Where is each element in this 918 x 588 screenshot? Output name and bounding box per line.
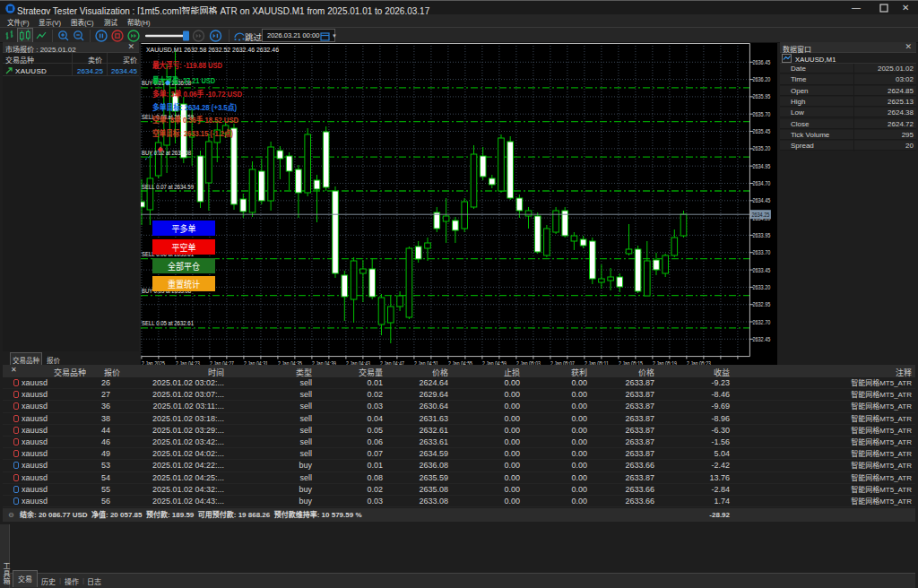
svg-text:2632.45: 2632.45 [752,335,770,343]
svg-text:2633.70: 2633.70 [752,248,770,256]
svg-text:最大浮盈: 27.21 USD: 最大浮盈: 27.21 USD [152,75,215,85]
svg-text:2634.25: 2634.25 [751,211,769,219]
svg-text:2634.45: 2634.45 [752,196,770,204]
svg-text:全部平仓: 全部平仓 [168,261,200,272]
svg-text:XAUUSD,M1 2632.58 2632.52 2632: XAUUSD,M1 2632.58 2632.52 2632.46 2632.4… [146,46,279,54]
svg-text:SELL 0.05 at 2632.61: SELL 0.05 at 2632.61 [142,319,194,327]
svg-text:平空单: 平空单 [172,242,196,253]
svg-text:多单: 3单 0.06手 -10.72 USD: 多单: 3单 0.06手 -10.72 USD [152,89,242,99]
svg-text:2635.95: 2635.95 [752,92,770,100]
svg-text:2632.70: 2632.70 [752,318,770,326]
svg-text:2635.70: 2635.70 [752,110,770,118]
svg-text:平多单: 平多单 [172,223,196,234]
svg-text:多单目标: 2634.28 (+3.5点): 多单目标: 2634.28 (+3.5点) [152,102,237,112]
svg-text:最大浮亏: -119.88 USD: 最大浮亏: -119.88 USD [152,60,222,70]
svg-text:空单: 8单 0.36手 18.52 USD: 空单: 8单 0.36手 18.52 USD [152,115,238,125]
svg-text:2635.45: 2635.45 [752,127,770,135]
svg-text:2636.20: 2636.20 [752,75,770,83]
svg-text:2633.95: 2633.95 [752,231,770,239]
svg-text:2632.95: 2632.95 [752,300,770,308]
svg-text:BUY 0.02 at 2635.08: BUY 0.02 at 2635.08 [142,149,191,157]
svg-text:2634.95: 2634.95 [752,162,770,170]
svg-text:2633.45: 2633.45 [752,266,770,274]
svg-text:重置统计: 重置统计 [168,279,200,290]
svg-text:2635.20: 2635.20 [752,144,770,152]
svg-text:2634.70: 2634.70 [752,179,770,187]
svg-text:2636.45: 2636.45 [752,58,770,66]
svg-text:SELL 0.07 at 2634.59: SELL 0.07 at 2634.59 [142,183,194,191]
svg-text:2633.20: 2633.20 [752,283,770,291]
svg-text:空单目标: 2633.15 (-1.2点): 空单目标: 2633.15 (-1.2点) [152,128,233,138]
